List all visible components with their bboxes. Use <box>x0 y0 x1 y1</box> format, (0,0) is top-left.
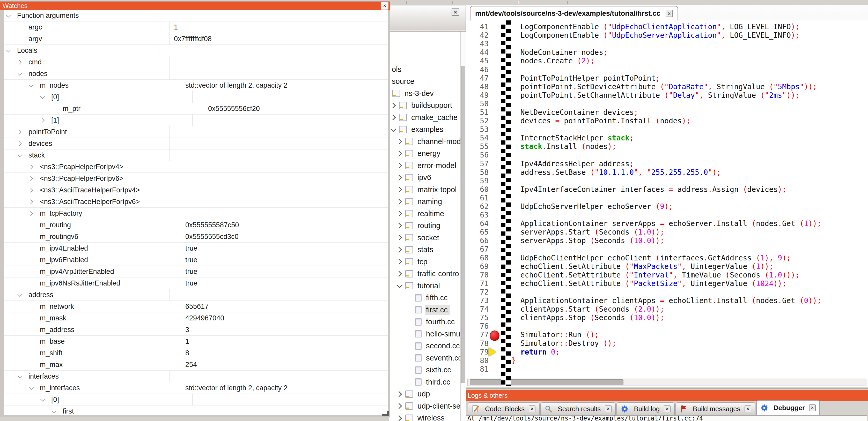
line-number[interactable]: 54 <box>466 134 489 142</box>
code-line[interactable]: 57 Ipv4AddressHelper address; <box>466 160 868 168</box>
line-number[interactable]: 47 <box>466 74 489 83</box>
code-line[interactable]: 41 LogComponentEnable ("UdpEchoClientApp… <box>466 23 868 31</box>
line-number[interactable]: 43 <box>466 39 489 48</box>
line-number[interactable]: 61 <box>466 194 489 202</box>
chevron-down-icon[interactable] <box>29 385 33 390</box>
line-number[interactable]: 73 <box>466 296 489 305</box>
line-number[interactable]: 79 <box>466 348 489 356</box>
code-line[interactable]: 77 Simulator::Run (); <box>466 330 868 339</box>
code-line[interactable]: 80} <box>466 356 868 365</box>
watch-row[interactable]: m_nodesstd::vector of length 2, capacity… <box>4 79 388 91</box>
line-number[interactable]: 51 <box>466 108 489 117</box>
tree-item-error-model[interactable]: error-model <box>389 160 461 172</box>
chevron-right-icon[interactable] <box>396 247 402 253</box>
chevron-right-icon[interactable] <box>396 139 402 144</box>
tree-item-ipv6[interactable]: ipv6 <box>389 172 461 184</box>
watch-row[interactable]: m_mask4294967040 <box>4 313 388 324</box>
logs-titlebar[interactable]: Logs & others <box>465 390 868 401</box>
code-line[interactable]: 54 InternetStackHelper stack; <box>466 134 868 142</box>
line-number[interactable]: 57 <box>466 160 489 168</box>
close-icon[interactable]: × <box>665 10 673 17</box>
tree-item-second-cc[interactable]: second.cc <box>389 340 461 352</box>
watch-row[interactable]: first <box>4 406 388 415</box>
code-line[interactable]: 81 <box>466 365 868 374</box>
code-line[interactable]: 78 Simulator::Destroy (); <box>466 339 868 348</box>
chevron-right-icon[interactable] <box>396 223 402 229</box>
line-number[interactable]: 44 <box>466 48 489 57</box>
line-number[interactable]: 81 <box>466 365 489 374</box>
watch-row[interactable]: <ns3::PcapHelperForIpv6> <box>4 173 388 184</box>
watch-row[interactable]: m_routingv60x5555555cd3c0 <box>4 231 388 242</box>
watch-row[interactable]: m_ptr0x55555556cf20 <box>4 103 388 115</box>
line-number[interactable]: 62 <box>466 202 489 211</box>
watch-row[interactable]: devices <box>4 138 388 150</box>
code-line[interactable]: 52 devices = pointToPoint.Install (nodes… <box>466 117 868 125</box>
chevron-right-icon[interactable] <box>28 199 33 204</box>
line-number[interactable]: 53 <box>466 125 489 134</box>
chevron-right-icon[interactable] <box>28 211 33 216</box>
line-number[interactable]: 56 <box>466 151 489 159</box>
code-line[interactable]: 68 UdpEchoClientHelper echoClient (inter… <box>466 254 868 262</box>
line-number[interactable]: 50 <box>466 100 489 108</box>
chevron-right-icon[interactable] <box>396 271 402 277</box>
tree-item-seventh-cc[interactable]: seventh.cc <box>389 352 461 364</box>
watch-row[interactable]: [0] <box>4 91 388 103</box>
line-number[interactable]: 78 <box>466 339 489 348</box>
editor-tab-first-cc[interactable]: mnt/dev/tools/source/ns-3-dev/examples/t… <box>470 6 678 21</box>
code-line[interactable]: 53 <box>466 125 868 134</box>
code-line[interactable]: 51 NetDeviceContainer devices; <box>466 108 868 117</box>
tree-item-naming[interactable]: naming <box>389 196 461 208</box>
tree-item-fourth-cc[interactable]: fourth.cc <box>389 316 461 328</box>
code-line[interactable]: 66 serverApps.Stop (Seconds (10.0)); <box>466 236 868 245</box>
chevron-right-icon[interactable] <box>17 60 22 64</box>
log-tab-build-messages[interactable]: Build messages× <box>676 402 755 415</box>
tree-item-matrix-topol[interactable]: matrix-topol <box>389 184 461 196</box>
code-line[interactable]: 43 <box>466 39 868 48</box>
line-number[interactable]: 69 <box>466 262 489 271</box>
watch-row[interactable]: m_ipv4ArpJitterEnabledtrue <box>4 266 388 278</box>
close-icon[interactable]: × <box>745 406 751 412</box>
code-line[interactable]: 59 <box>466 176 868 185</box>
log-tab-search-results[interactable]: Search results× <box>540 402 616 415</box>
code-line[interactable]: 79 return 0; <box>466 348 868 356</box>
watch-row[interactable]: m_ipv6Enabledtrue <box>4 254 388 266</box>
code-line[interactable]: 72 <box>466 288 868 296</box>
code-line[interactable]: 65 serverApps.Start (Seconds (1.0)); <box>466 228 868 236</box>
tree-item-channel-mod[interactable]: channel-mod <box>389 135 461 148</box>
line-number[interactable]: 45 <box>466 57 489 65</box>
tree-vscrollbar[interactable] <box>460 32 466 421</box>
line-number[interactable]: 64 <box>466 219 489 228</box>
chevron-down-icon[interactable] <box>40 94 45 99</box>
breakpoint-icon[interactable] <box>490 330 499 341</box>
dock-splitter-tick[interactable] <box>518 1 519 4</box>
line-number[interactable]: 75 <box>466 314 489 322</box>
projects-panel-header[interactable]: × <box>389 5 466 32</box>
line-number[interactable]: 55 <box>466 142 489 151</box>
resize-grip-icon[interactable] <box>382 411 389 416</box>
line-number[interactable]: 60 <box>466 185 489 194</box>
chevron-down-icon[interactable] <box>52 408 56 413</box>
tree-item-tcp[interactable]: tcp <box>389 256 461 268</box>
line-number[interactable]: 63 <box>466 211 489 219</box>
tree-item-fifth-cc[interactable]: fifth.cc <box>389 292 461 304</box>
code-line[interactable]: 75 clientApps.Stop (Seconds (10.0)); <box>466 314 868 322</box>
close-icon[interactable]: × <box>809 404 816 411</box>
line-number[interactable]: 46 <box>466 65 489 74</box>
watch-row[interactable]: m_network655617 <box>4 301 388 313</box>
chevron-down-icon[interactable] <box>397 282 403 288</box>
tree-item-hello-simul[interactable]: hello-simul <box>389 328 461 340</box>
line-number[interactable]: 58 <box>466 168 489 176</box>
line-number[interactable]: 67 <box>466 245 489 253</box>
code-line[interactable]: 69 echoClient.SetAttribute ("MaxPackets"… <box>466 262 868 271</box>
line-number[interactable]: 80 <box>466 356 489 365</box>
log-tab-code-blocks[interactable]: Code::Blocks× <box>468 402 539 415</box>
close-icon[interactable]: × <box>605 406 612 412</box>
line-number[interactable]: 65 <box>466 228 489 236</box>
line-number[interactable]: 48 <box>466 83 489 91</box>
chevron-right-icon[interactable] <box>396 174 402 181</box>
line-number[interactable]: 76 <box>466 322 489 330</box>
watch-row[interactable]: m_tcpFactory <box>4 208 388 219</box>
chevron-down-icon[interactable] <box>6 47 10 52</box>
code-line[interactable]: 63 <box>466 211 868 219</box>
tree-item-stats[interactable]: stats <box>389 244 461 256</box>
